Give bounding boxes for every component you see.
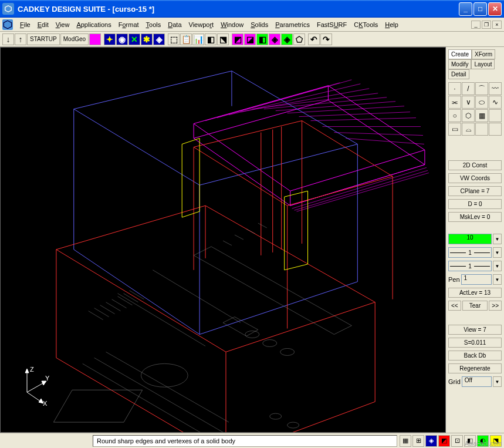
menu-solids[interactable]: Solids [247,20,272,29]
tab-layout[interactable]: Layout [471,59,495,69]
tool-angle-icon[interactable]: ∨ [462,96,475,109]
tool-ellipse-icon[interactable]: ⬭ [475,96,488,109]
view-iso1-button[interactable]: ◈ [269,33,280,45]
tool-blank3-icon[interactable] [489,123,502,136]
tool-1-button[interactable]: ✦ [104,33,116,45]
layer-dropdown-icon[interactable]: ▼ [493,234,502,244]
msklev-display[interactable]: MskLev = 0 [448,212,502,222]
close-button[interactable]: ✕ [488,2,502,16]
tool-blank1-icon[interactable] [489,109,502,122]
svg-point-5 [280,348,295,355]
linetype1-dropdown-icon[interactable]: ▼ [493,247,502,258]
pen-label: Pen [448,276,460,283]
status-icon-3[interactable]: ◈ [425,435,437,447]
menu-fastsurf[interactable]: FastSURF [313,20,350,29]
menu-window[interactable]: Window [217,20,247,29]
layer-select[interactable]: 10 [448,234,492,244]
tab-create[interactable]: Create [448,49,472,59]
tear-prev-button[interactable]: << [448,301,461,311]
cplane-display[interactable]: CPlane = 7 [448,186,502,196]
menubar: File Edit View Applications Format Tools… [0,18,504,32]
vw-coords-button[interactable]: VW Coords [448,173,502,183]
svg-text:X: X [43,400,48,407]
d-display[interactable]: D = 0 [448,199,502,209]
grid-dropdown-icon[interactable]: ▼ [493,376,502,387]
view-side-button[interactable]: ◪ [244,33,256,45]
mdi-close-button[interactable]: × [492,21,502,29]
svg-point-8 [287,422,299,428]
menu-view[interactable]: View [52,20,73,29]
tool-5-button[interactable]: ◈ [153,33,165,45]
view-display[interactable]: View = 7 [448,325,502,335]
viewport[interactable]: Z Y X [0,47,446,433]
mdi-minimize-button[interactable]: _ [471,21,481,29]
view-front-button[interactable]: ◩ [232,33,243,45]
tool-3-button[interactable]: ✕ [128,33,140,45]
linetype2-dropdown-icon[interactable]: ▼ [493,261,502,271]
menu-help[interactable]: Help [381,20,402,29]
tool-2-button[interactable]: ◉ [116,33,128,45]
tool-10-button[interactable]: ⬔ [217,33,229,45]
tool-fillet-icon[interactable]: ⌓ [462,123,475,136]
tool-polygon-icon[interactable]: ⬡ [462,109,475,122]
view-top-button[interactable]: ◧ [256,33,268,45]
tab-detail[interactable]: Detail [448,69,469,79]
tool-point-icon[interactable]: · [448,82,461,95]
startup-button[interactable]: STARTUP [27,33,60,45]
status-icon-5[interactable]: ⊡ [451,435,463,447]
menu-edit[interactable]: Edit [34,20,52,29]
tool-circle-icon[interactable]: ○ [448,109,461,122]
linetype1-select[interactable]: 1 [448,247,492,258]
undo-button[interactable]: ↶ [308,33,320,45]
actlev-display[interactable]: ActLev = 13 [448,288,502,298]
grid-select[interactable]: Off [462,376,492,387]
menu-viewport[interactable]: Viewport [185,20,218,29]
status-icon-4[interactable]: ◩ [438,435,450,447]
tool-rect-icon[interactable]: ▭ [448,123,461,136]
mdi-restore-button[interactable]: ❐ [482,21,491,29]
minimize-button[interactable]: _ [459,2,472,16]
tool-8-button[interactable]: 📊 [192,33,204,45]
menu-data[interactable]: Data [164,20,185,29]
menu-applications[interactable]: Applications [73,20,114,29]
tool-blank2-icon[interactable] [475,123,488,136]
2d-const-button[interactable]: 2D Const [448,160,502,170]
arrow-down-button[interactable]: ↓ [2,33,14,45]
scale-display[interactable]: S=0.011 [448,338,502,348]
tool-9-button[interactable]: ◧ [205,33,217,45]
arrow-up-button[interactable]: ↑ [15,33,26,45]
view-iso2-button[interactable]: ◈ [281,33,293,45]
tool-6-button[interactable]: ⬚ [168,33,180,45]
view-other-button[interactable]: ⬠ [293,33,305,45]
menu-parametrics[interactable]: Parametrics [272,20,313,29]
maximize-button[interactable]: □ [473,2,487,16]
pen-select[interactable]: 1 [461,274,492,285]
tool-arc-icon[interactable]: ⌒ [475,82,488,95]
linetype2-select[interactable]: 1 [448,261,492,271]
backdb-button[interactable]: Back Db [448,351,502,361]
tool-line-icon[interactable]: / [462,82,475,95]
tool-spline-icon[interactable]: ∿ [489,96,502,109]
svg-marker-0 [5,6,12,12]
tear-button[interactable]: Tear [462,301,488,311]
redo-button[interactable]: ↷ [320,33,332,45]
pen-dropdown-icon[interactable]: ▼ [493,274,502,285]
tab-modify[interactable]: Modify [448,59,471,69]
status-icon-2[interactable]: ⊞ [412,435,424,447]
tool-7-button[interactable]: 📋 [180,33,192,45]
menu-tools[interactable]: Tools [143,20,165,29]
color-magenta-button[interactable] [89,33,101,45]
status-icon-1[interactable]: ▦ [400,435,411,447]
menu-cktools[interactable]: CKTools [350,20,381,29]
tab-xform[interactable]: XForm [472,49,495,59]
menu-file[interactable]: File [16,20,34,29]
tool-curve-icon[interactable]: 〰 [489,82,502,95]
modgeo-button[interactable]: ModGeo [60,33,89,45]
tear-next-button[interactable]: >> [489,301,502,311]
menu-format[interactable]: Format [115,20,143,29]
tool-polyline-icon[interactable]: ⫘ [448,96,461,109]
tool-4-button[interactable]: ✱ [141,33,153,45]
tool-hatch-icon[interactable]: ▦ [475,109,488,122]
titlebar: CADKEY DESIGN SUITE - [curso-15 *] _ □ ✕ [0,0,504,18]
regenerate-button[interactable]: Regenerate [448,363,502,373]
